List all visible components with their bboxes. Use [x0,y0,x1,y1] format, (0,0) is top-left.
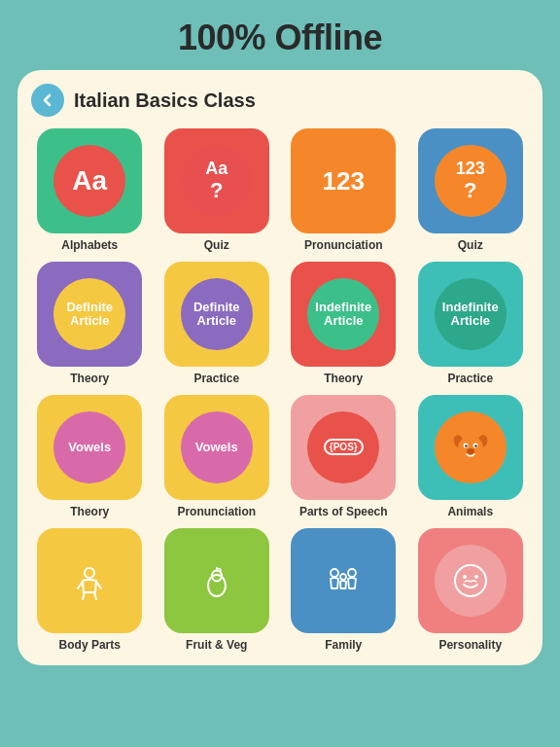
def-article-theory-box: DefiniteArticle [37,262,142,367]
indef-article-theory-box: IndefiniteArticle [291,262,396,367]
list-item[interactable]: 123 ? Quiz [412,128,530,252]
pronunciation-circle: 123 [307,145,379,217]
fruit-veg-circle [181,545,253,617]
def-article-practice-label: Practice [193,372,239,385]
back-button[interactable] [31,84,64,117]
vowels-theory-box: Vowels [37,395,142,500]
def-article-practice-circle: DefiniteArticle [181,278,253,350]
list-item[interactable]: Body Parts [31,528,149,652]
dog-icon [449,426,492,469]
pronunciation-icon-box: 123 [291,128,396,233]
section-title: Italian Basics Class [74,89,256,112]
indef-article-practice-circle: IndefiniteArticle [435,278,507,350]
personality-box [418,528,523,633]
pos-box: {POS} [291,395,396,500]
family-label: Family [325,638,362,652]
animals-circle [435,411,507,483]
list-item[interactable]: DefiniteArticle Practice [158,262,276,385]
list-item[interactable]: DefiniteArticle Theory [31,262,149,385]
list-item[interactable]: 123 Pronunciation [285,128,402,252]
quiz2-circle: 123 ? [435,145,507,217]
alphabets-label: Alphabets [61,238,118,252]
alphabets-icon-box: Aa [37,128,142,233]
family-icon [322,559,365,602]
indef-article-practice-box: IndefiniteArticle [418,262,523,367]
body-parts-box [37,528,142,633]
card-container: Italian Basics Class Aa Alphabets Aa ? [18,70,542,665]
vowels-pron-circle: Vowels [181,411,253,483]
list-item[interactable]: Family [285,528,402,652]
quiz1-label: Quiz [204,238,229,252]
list-item[interactable]: Aa ? Quiz [158,128,276,252]
family-circle [307,545,379,617]
indef-article-theory-circle: IndefiniteArticle [307,278,379,350]
vowels-pron-label: Pronunciation [177,505,256,518]
family-box [291,528,396,633]
page-title: 100% Offline [178,18,382,58]
vowels-theory-label: Theory [70,505,109,518]
header-row: Italian Basics Class [31,84,529,117]
vowels-pron-box: Vowels [164,395,269,500]
svg-point-6 [465,445,467,446]
quiz1-circle: Aa ? [181,145,253,217]
alphabets-circle: Aa [53,145,125,217]
list-item[interactable]: Fruit & Veg [158,528,276,652]
indef-article-theory-label: Theory [324,372,363,385]
list-item[interactable]: {POS} Parts of Speech [285,395,402,518]
vowels-theory-circle: Vowels [53,411,125,483]
personality-circle [435,545,507,617]
list-item[interactable]: Aa Alphabets [31,128,149,252]
personality-label: Personality [438,638,502,652]
quiz1-icon-box: Aa ? [164,128,269,233]
fruit-icon [195,559,238,602]
quiz2-label: Quiz [458,238,483,252]
def-article-theory-label: Theory [70,372,109,385]
list-item[interactable]: Vowels Pronunciation [158,395,276,518]
personality-icon [449,559,492,602]
list-item[interactable]: Personality [412,528,530,652]
def-article-practice-box: DefiniteArticle [164,262,269,367]
list-item[interactable]: Animals [412,395,530,518]
lessons-grid: Aa Alphabets Aa ? Quiz 123 [31,128,529,652]
animals-label: Animals [447,505,493,518]
quiz2-icon-box: 123 ? [418,128,523,233]
svg-point-22 [474,575,478,579]
pos-label: Parts of Speech [299,505,388,518]
pos-circle: {POS} [307,411,379,483]
fruit-veg-box [164,528,269,633]
svg-point-19 [451,561,490,600]
fruit-veg-label: Fruit & Veg [186,638,247,652]
svg-point-8 [467,448,474,454]
person-icon [68,559,111,602]
animals-box [418,395,523,500]
svg-point-21 [463,575,467,579]
list-item[interactable]: IndefiniteArticle Theory [285,262,402,385]
indef-article-practice-label: Practice [447,372,493,385]
svg-point-7 [474,445,476,446]
list-item[interactable]: IndefiniteArticle Practice [412,262,530,385]
body-parts-circle [53,545,125,617]
body-parts-label: Body Parts [59,638,121,652]
pronunciation-label: Pronunciation [304,238,383,252]
def-article-theory-circle: DefiniteArticle [53,278,125,350]
list-item[interactable]: Vowels Theory [31,395,149,518]
